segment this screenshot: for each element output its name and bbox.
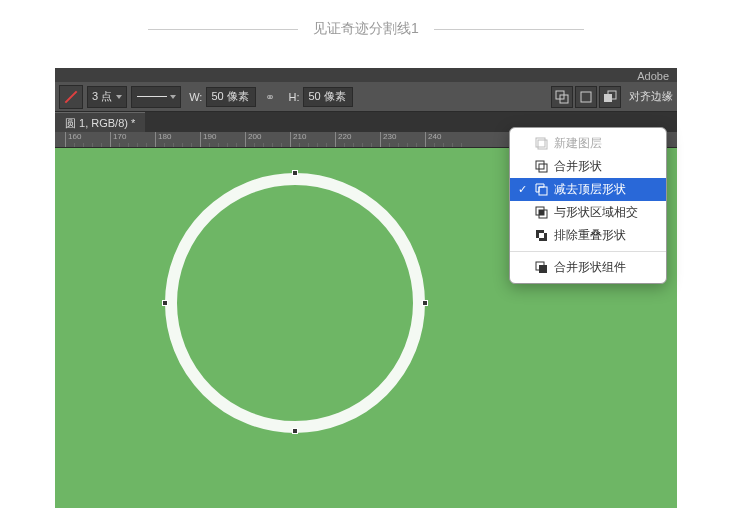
solid-line-icon — [137, 96, 167, 97]
exclude-shapes-icon — [534, 229, 548, 243]
menu-label: 减去顶层形状 — [554, 181, 626, 198]
menu-label: 合并形状 — [554, 158, 602, 175]
document-tab[interactable]: 圆 1, RGB/8) * — [55, 112, 145, 132]
circle-shape[interactable] — [165, 173, 425, 433]
page-divider: 见证奇迹分割线1 — [0, 0, 732, 68]
path-arrange-button[interactable] — [599, 86, 621, 108]
chevron-down-icon — [116, 95, 122, 99]
app-window: Adobe 3 点 W: ⚭ H: 对齐边缘 圆 — [55, 68, 677, 508]
svg-rect-7 — [536, 161, 544, 169]
menu-label: 新建图层 — [554, 135, 602, 152]
anchor-point-bottom[interactable] — [292, 428, 298, 434]
chevron-down-icon — [170, 95, 176, 99]
subtract-shape-icon — [534, 183, 548, 197]
menu-item-merge-components[interactable]: 合并形状组件 — [510, 256, 666, 279]
titlebar: Adobe — [55, 68, 677, 82]
width-input[interactable] — [206, 87, 256, 107]
svg-rect-12 — [539, 210, 544, 215]
menu-item-combine[interactable]: 合并形状 — [510, 155, 666, 178]
link-dimensions-icon[interactable]: ⚭ — [260, 87, 280, 107]
stroke-style-select[interactable] — [131, 86, 181, 108]
intersect-shapes-icon — [534, 206, 548, 220]
anchor-point-right[interactable] — [422, 300, 428, 306]
stroke-width-value: 3 点 — [92, 89, 112, 104]
menu-item-new-layer: 新建图层 — [510, 132, 666, 155]
menu-item-subtract[interactable]: ✓ 减去顶层形状 — [510, 178, 666, 201]
menu-label: 与形状区域相交 — [554, 204, 638, 221]
menu-label: 合并形状组件 — [554, 259, 626, 276]
anchor-point-left[interactable] — [162, 300, 168, 306]
path-combine-button[interactable] — [551, 86, 573, 108]
stroke-color-swatch[interactable] — [59, 85, 83, 109]
width-label: W: — [189, 91, 202, 103]
menu-separator — [510, 251, 666, 252]
menu-item-intersect[interactable]: 与形状区域相交 — [510, 201, 666, 224]
svg-rect-9 — [539, 187, 547, 195]
svg-rect-6 — [538, 140, 547, 149]
height-label: H: — [288, 91, 299, 103]
menu-item-exclude[interactable]: 排除重叠形状 — [510, 224, 666, 247]
app-name: Adobe — [637, 70, 669, 82]
options-toolbar: 3 点 W: ⚭ H: 对齐边缘 — [55, 82, 677, 112]
path-align-button[interactable] — [575, 86, 597, 108]
new-layer-icon — [534, 137, 548, 151]
stroke-width-select[interactable]: 3 点 — [87, 86, 127, 108]
merge-components-icon — [534, 261, 548, 275]
svg-rect-8 — [539, 164, 547, 172]
check-icon: ✓ — [516, 183, 528, 196]
height-input[interactable] — [303, 87, 353, 107]
svg-rect-14 — [539, 265, 547, 273]
divider-text: 见证奇迹分割线1 — [313, 20, 419, 38]
divider-line-left — [148, 29, 298, 30]
svg-rect-5 — [536, 138, 545, 147]
svg-rect-2 — [581, 92, 591, 102]
path-operations-group — [551, 86, 621, 108]
align-edges-label: 对齐边缘 — [629, 89, 673, 104]
menu-label: 排除重叠形状 — [554, 227, 626, 244]
path-operations-menu: 新建图层 合并形状 ✓ 减去顶层形状 与形状区域相交 — [509, 127, 667, 284]
anchor-point-top[interactable] — [292, 170, 298, 176]
combine-shapes-icon — [534, 160, 548, 174]
divider-line-right — [434, 29, 584, 30]
